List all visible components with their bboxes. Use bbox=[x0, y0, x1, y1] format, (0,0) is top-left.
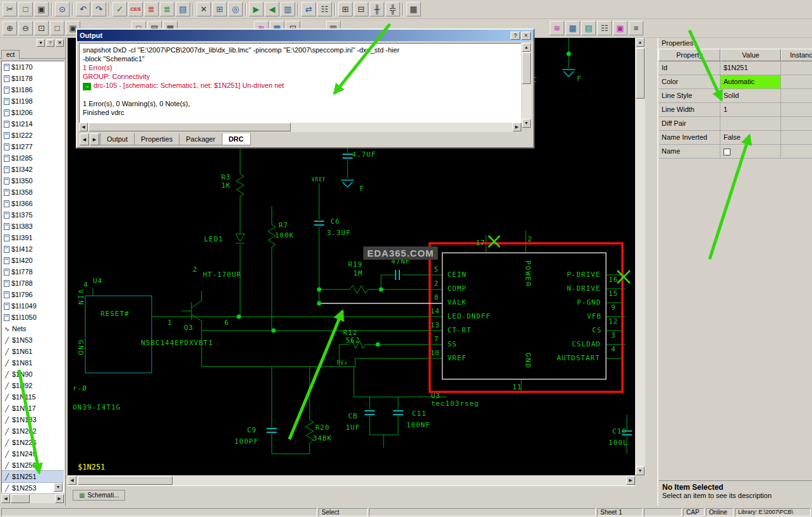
list2-icon[interactable]: ≣ bbox=[160, 2, 174, 16]
zoom-fit-icon[interactable]: ⊡ bbox=[34, 21, 49, 35]
target-icon[interactable]: ◎ bbox=[228, 2, 243, 16]
output-horizontal-scrollbar[interactable]: ◀ ▶ bbox=[79, 123, 521, 132]
scroll-left-arrow[interactable]: ◀ bbox=[1, 494, 10, 503]
property-value[interactable]: Automatic bbox=[720, 75, 781, 89]
property-value[interactable] bbox=[720, 117, 781, 131]
column-header-property[interactable]: Property bbox=[658, 49, 720, 61]
canvas-vertical-scrollbar[interactable]: ▲ ▼ bbox=[635, 38, 645, 475]
tree-item-net[interactable]: ╱$1N202 bbox=[2, 425, 64, 437]
flip-icon[interactable]: ◀ bbox=[265, 2, 279, 16]
tree-item-instance[interactable]: $1I788 bbox=[2, 277, 64, 289]
grid-icon[interactable]: ⊞ bbox=[212, 2, 227, 16]
doc2-icon[interactable]: ▤ bbox=[581, 21, 596, 35]
scroll-down-arrow[interactable]: ▼ bbox=[636, 466, 645, 475]
project-tab[interactable]: ect bbox=[1, 50, 20, 59]
column-icon[interactable]: ╬ bbox=[385, 2, 400, 16]
tree-horizontal-scrollbar[interactable]: ◀ ▶ bbox=[1, 494, 64, 503]
scrollbar-thumb[interactable] bbox=[78, 476, 173, 485]
output-tab-drc[interactable]: DRC bbox=[222, 133, 251, 145]
canvas-horizontal-scrollbar[interactable]: ◀ ▶ bbox=[68, 475, 635, 485]
tree-item-net[interactable]: ╱$1N183 bbox=[2, 414, 64, 425]
scroll-up-arrow[interactable]: ▲ bbox=[522, 43, 531, 52]
output-tab-packager[interactable]: Packager bbox=[179, 133, 222, 145]
panel-close-button[interactable]: ✕ bbox=[56, 39, 64, 47]
tab-scroll-right-arrow[interactable]: ▶ bbox=[90, 133, 99, 145]
panel-menu-button[interactable]: ▾ bbox=[37, 39, 45, 47]
tree-item-instance[interactable]: $1I186 bbox=[2, 84, 64, 95]
close-button[interactable]: × bbox=[521, 32, 531, 40]
tree-item-instance[interactable]: $1I796 bbox=[2, 289, 64, 300]
sheet-tab[interactable]: ▦ Schemati... bbox=[73, 490, 125, 501]
property-value[interactable]: Solid bbox=[720, 89, 781, 103]
tree-item-instance[interactable]: $1I778 bbox=[2, 266, 64, 277]
tree-item-instance[interactable]: $1I1050 bbox=[2, 312, 64, 323]
tree-item-instance[interactable]: $1I412 bbox=[2, 243, 64, 255]
column-header-value[interactable]: Value bbox=[720, 49, 781, 61]
tree-item-net[interactable]: ╱$1N81 bbox=[2, 357, 64, 368]
output-vertical-scrollbar[interactable]: ▲ ▼ bbox=[522, 43, 531, 128]
tree-item-instance[interactable]: $1I391 bbox=[2, 232, 64, 243]
scroll-up-arrow[interactable]: ▲ bbox=[636, 38, 645, 47]
tree-item-instance[interactable]: $1I222 bbox=[2, 130, 64, 141]
tree-item-instance[interactable]: $1I198 bbox=[2, 95, 64, 107]
tree-item-net[interactable]: ╱$1N117 bbox=[2, 403, 64, 414]
copy-icon[interactable]: □ bbox=[18, 2, 33, 16]
block-icon[interactable]: ▣ bbox=[613, 21, 627, 35]
property-value[interactable] bbox=[720, 145, 781, 159]
tree-item-net[interactable]: ╱$1N61 bbox=[2, 346, 64, 357]
tree-item-instance[interactable]: $1I383 bbox=[2, 221, 64, 232]
scroll-right-arrow[interactable]: ▶ bbox=[55, 494, 64, 503]
tree-item-net[interactable]: ╱$1N251 bbox=[2, 471, 64, 482]
scroll-right-arrow[interactable]: ▶ bbox=[626, 476, 635, 485]
chart-icon[interactable]: ▥ bbox=[281, 2, 295, 16]
tree-item-instance[interactable]: $1I285 bbox=[2, 152, 64, 164]
tree-item-net[interactable]: ╱$1N249 bbox=[2, 448, 64, 459]
zoom-in-icon[interactable]: ⊕ bbox=[3, 21, 17, 35]
tree-scroll-down-button[interactable]: ▼ bbox=[54, 483, 63, 492]
grid4-icon[interactable]: ▦ bbox=[566, 21, 580, 35]
table-remove-icon[interactable]: ⊟ bbox=[354, 2, 368, 16]
wave2-icon[interactable]: ≋ bbox=[550, 21, 564, 35]
menu-icon[interactable]: ≡ bbox=[629, 21, 643, 35]
project-tree[interactable]: $1I170$1I178$1I186$1I198$1I206$1I214$1I2… bbox=[1, 61, 64, 493]
tree-item-instance[interactable]: $1I350 bbox=[2, 175, 64, 186]
tree-item-instance[interactable]: $1I277 bbox=[2, 141, 64, 152]
sheet-icon[interactable]: ▦ bbox=[406, 2, 421, 16]
property-value[interactable]: $1N251 bbox=[720, 61, 781, 75]
swap-icon[interactable]: ⇄ bbox=[301, 2, 316, 16]
tree-item-instance[interactable]: $1I366 bbox=[2, 198, 64, 209]
scrollbar-thumb[interactable] bbox=[636, 48, 645, 99]
paste-icon[interactable]: ▣ bbox=[34, 2, 49, 16]
tree-item-instance[interactable]: $1I206 bbox=[2, 107, 64, 118]
tree-item-instance[interactable]: $1I358 bbox=[2, 186, 64, 198]
check-icon[interactable]: ✓ bbox=[112, 2, 127, 16]
scrollbar-thumb[interactable] bbox=[11, 494, 30, 503]
tree-item-net[interactable]: ╱$1N226 bbox=[2, 437, 64, 448]
column-header-instance[interactable]: Instance bbox=[781, 49, 812, 61]
tree-item-instance[interactable]: $1I342 bbox=[2, 164, 64, 175]
tree-item-instance[interactable]: $1I1049 bbox=[2, 300, 64, 312]
property-value[interactable]: 1 bbox=[720, 103, 781, 117]
tree-item-instance[interactable]: $1I178 bbox=[2, 73, 64, 84]
zoom-out-icon[interactable]: ⊖ bbox=[18, 21, 33, 35]
output-tab-properties[interactable]: Properties bbox=[134, 133, 179, 145]
tree-item-nets-folder[interactable]: ∿Nets bbox=[2, 323, 64, 334]
tree-item-instance[interactable]: $1I214 bbox=[2, 118, 64, 130]
panel-help-button[interactable]: ? bbox=[46, 39, 54, 47]
zoom-page-icon[interactable]: □ bbox=[50, 21, 64, 35]
tree-item-instance[interactable]: $1I420 bbox=[2, 255, 64, 266]
tree-item-net[interactable]: ╱$1N90 bbox=[2, 368, 64, 380]
book-icon[interactable]: ▤ bbox=[176, 2, 190, 16]
run-icon[interactable]: ▶ bbox=[249, 2, 264, 16]
scrollbar-thumb[interactable] bbox=[522, 52, 531, 84]
scroll-left-arrow[interactable]: ◀ bbox=[68, 476, 76, 485]
list-icon[interactable]: ≣ bbox=[144, 2, 159, 16]
tab-scroll-left-arrow[interactable]: ◀ bbox=[80, 133, 89, 145]
output-tab-output[interactable]: Output bbox=[100, 133, 135, 145]
tree-item-net[interactable]: ╱$1N92 bbox=[2, 380, 64, 391]
tree-item-net[interactable]: ╱$1N250 bbox=[2, 459, 64, 471]
property-value[interactable]: False bbox=[720, 131, 781, 145]
find-icon[interactable]: ⊙ bbox=[55, 2, 70, 16]
help-button[interactable]: ? bbox=[511, 32, 520, 40]
layers2-icon[interactable]: ☷ bbox=[597, 21, 612, 35]
